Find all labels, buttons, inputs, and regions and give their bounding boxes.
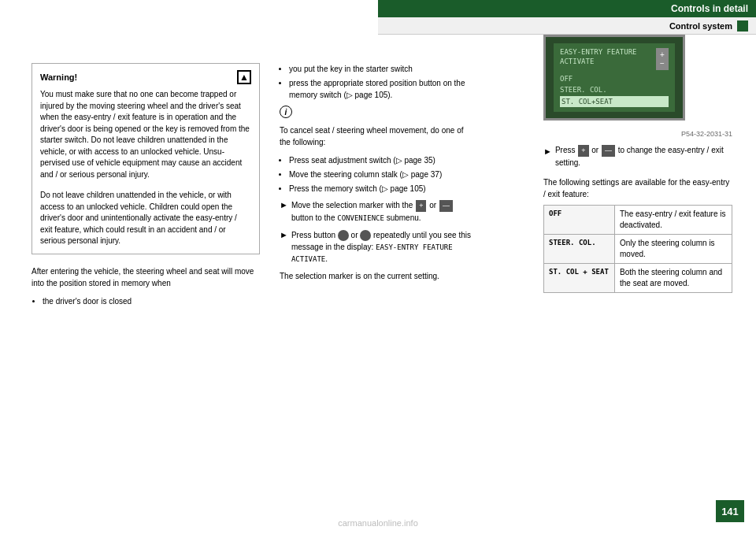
warning-title: Warning! (40, 72, 77, 82)
image-caption: P54-32-2031-31 (543, 130, 732, 138)
arrow-item-1: ► Move the selection marker with the + o… (280, 199, 476, 224)
control-system-label: Control system (669, 21, 732, 31)
settings-value-off: The easy-entry / exit feature is deactiv… (615, 206, 732, 235)
controls-in-detail-label: Controls in detail (671, 3, 748, 14)
table-row-off: OFF The easy-entry / exit feature is dea… (544, 206, 732, 235)
press-minus-icon: — (602, 145, 615, 158)
cancel-bullets: Press seat adjustment switch (▷ page 35)… (289, 154, 476, 195)
arrow-text-2: Press button or repeatedly until you see… (291, 229, 476, 265)
cancel-intro-text: To cancel seat / steering wheel move­men… (280, 124, 476, 148)
warning-paragraph-2: Do not leave children unattended in the … (40, 190, 251, 247)
header-bar: Controls in detail Control system (378, 0, 756, 22)
lcd-title-line1: EASY-ENTRY FEATURE (560, 48, 637, 57)
cancel-bullet-memory: Press the memory switch (▷ page 105) (289, 183, 476, 195)
controls-in-detail-bar: Controls in detail (378, 0, 756, 17)
warning-paragraph-1: You must make sure that no one can be­co… (40, 89, 251, 180)
middle-column: you put the key in the starter switch pr… (280, 63, 476, 288)
bullet-door-closed: the driver's door is closed (43, 295, 260, 307)
after-entering-text: After entering the vehicle, the steering… (32, 265, 260, 289)
warning-triangle-icon: ▲ (237, 70, 251, 84)
press-plus-icon: + (578, 145, 588, 158)
selection-marker-text: The selection marker is on the current s… (280, 270, 476, 282)
plus-button-icon: + (416, 200, 426, 213)
lcd-row-off: OFF (560, 73, 669, 84)
lcd-display-inner: EASY-ENTRY FEATURE ACTIVATE + − OFF STEE… (554, 43, 675, 112)
arrow-icon-2: ► (280, 230, 288, 239)
lcd-row-st-col-seat: ST. COL+SEAT (560, 96, 669, 107)
settings-value-st-col-seat: Both the steering column and the seat ar… (615, 264, 732, 293)
lcd-title-line2: ACTIVATE (560, 57, 637, 67)
arrow-text-1: Move the selection marker with the + or … (291, 199, 476, 224)
arrow-icon-1: ► (280, 200, 288, 210)
press-text: Press + or — to change the easy-entry / … (555, 144, 732, 169)
watermark: carmanualonline.info (0, 518, 756, 528)
right-column: EASY-ENTRY FEATURE ACTIVATE + − OFF STEE… (543, 35, 732, 293)
cancel-bullet-seat: Press seat adjustment switch (▷ page 35) (289, 154, 476, 166)
lcd-display: EASY-ENTRY FEATURE ACTIVATE + − OFF STEE… (543, 35, 685, 121)
continuation-bullets: you put the key in the starter switch pr… (289, 63, 476, 101)
lcd-plus-btn: + − (656, 48, 669, 70)
press-instruction: ► Press + or — to change the easy-entry … (543, 144, 732, 169)
press-arrow-icon: ► (543, 145, 552, 158)
bullet-key-starter: you put the key in the starter switch (289, 63, 476, 75)
settings-intro-text: The following settings are available for… (543, 176, 732, 200)
bullet-stored-position: press the appropriate stored position bu… (289, 77, 476, 101)
table-row-st-col-seat: ST. COL + SEAT Both the steering column … (544, 264, 732, 293)
settings-value-steer-col: Only the steering column is moved. (615, 235, 732, 264)
warning-box: Warning! ▲ You must make sure that no on… (32, 63, 260, 254)
settings-table: OFF The easy-entry / exit feature is dea… (543, 205, 732, 293)
cancel-bullet-stalk: Move the steering column stalk (▷ page 3… (289, 169, 476, 180)
settings-key-steer-col: STEER. COL. (544, 235, 615, 264)
left-column: Warning! ▲ You must make sure that no on… (32, 63, 260, 312)
minus-button-icon: — (439, 200, 453, 213)
watermark-text: carmanualonline.info (338, 518, 418, 528)
arrow-item-2: ► Press button or repeatedly until you s… (280, 229, 476, 265)
info-icon: i (280, 106, 292, 118)
settings-key-st-col-seat: ST. COL + SEAT (544, 264, 615, 293)
lcd-row-steer: STEER. COL. (560, 84, 669, 95)
control-system-bar: Control system (378, 17, 756, 35)
after-entering-bullets: the driver's door is closed (43, 295, 260, 307)
warning-header: Warning! ▲ (40, 70, 251, 84)
settings-key-off: OFF (544, 206, 615, 235)
table-row-steer-col: STEER. COL. Only the steering column is … (544, 235, 732, 264)
